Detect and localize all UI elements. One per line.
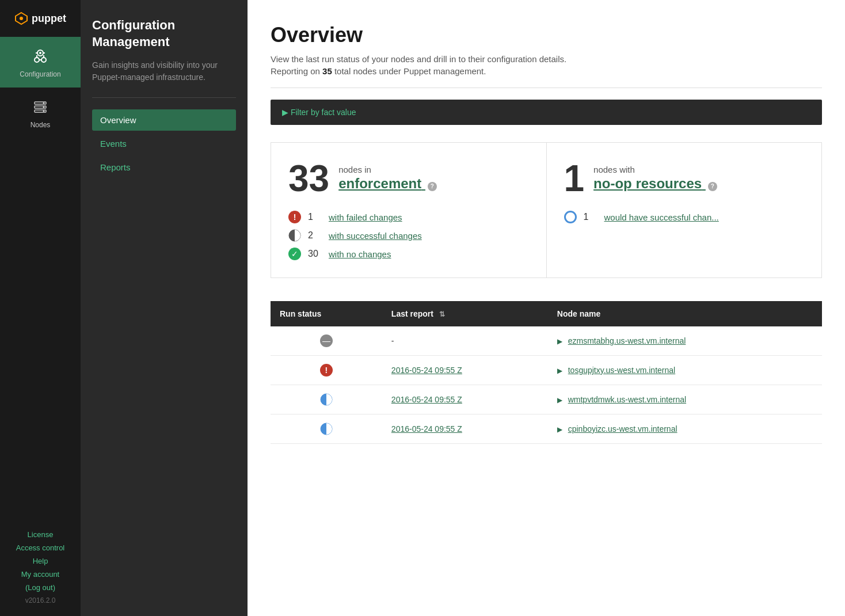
svg-point-1 — [20, 17, 23, 20]
table-header: Run status Last report ⇅ Node name — [271, 301, 822, 326]
sub-nav-reports[interactable]: Reports — [92, 157, 236, 178]
sidebar-license-link[interactable]: License — [28, 530, 54, 539]
noop-count: 1 — [564, 160, 585, 197]
would-success-link[interactable]: would have successful chan... — [604, 212, 719, 222]
col-run-status-label: Run status — [280, 309, 321, 318]
puppet-logo-text: puppet — [32, 13, 66, 25]
noop-label: nodes with no-op resources ? — [593, 160, 717, 192]
changed-count: 2 — [308, 230, 322, 241]
sidebar-item-configuration[interactable]: Configuration — [0, 37, 81, 88]
col-last-report[interactable]: Last report ⇅ — [382, 301, 548, 326]
enforcement-row-failed: ! 1 with failed changes — [288, 211, 529, 223]
logo-container: puppet — [0, 6, 81, 37]
row-1-node-name: ▶ ezmsmtabhg.us-west.vm.internal — [548, 326, 822, 356]
enforcement-header: 33 nodes in enforcement ? — [288, 160, 529, 197]
unknown-status-icon: — — [320, 334, 333, 347]
noop-would-success-count: 1 — [584, 212, 597, 222]
enforcement-label-bottom[interactable]: enforcement ? — [338, 176, 437, 192]
svg-point-14 — [43, 102, 45, 104]
no-changes-link[interactable]: with no changes — [329, 249, 391, 259]
noop-info-icon[interactable]: ? — [708, 182, 717, 191]
filter-bar-label[interactable]: ▶ Filter by fact value — [282, 108, 356, 117]
page-subtitle-1: View the last run status of your nodes a… — [271, 54, 822, 64]
failed-changes-link[interactable]: with failed changes — [329, 212, 402, 222]
row-4-chevron-icon: ▶ — [557, 425, 562, 434]
row-1-status: — — [271, 326, 382, 356]
row-3-report-link[interactable]: 2016-05-24 09:55 Z — [391, 395, 462, 404]
enforcement-row-no-changes: ✓ 30 with no changes — [288, 248, 529, 260]
noop-rows: 1 would have successful chan... — [564, 211, 805, 223]
svg-point-15 — [43, 107, 45, 108]
sub-nav-reports-label: Reports — [100, 162, 131, 172]
row-4-report-link[interactable]: 2016-05-24 09:55 Z — [391, 424, 462, 434]
stats-container: 33 nodes in enforcement ? ! 1 with faile — [271, 142, 822, 278]
sort-icon: ⇅ — [439, 310, 445, 318]
table-body: — - ▶ ezmsmtabhg.us-west.vm.internal ! — [271, 326, 822, 444]
subtitle2-suffix: total nodes under Puppet management. — [332, 66, 486, 76]
sub-nav-overview-label: Overview — [100, 115, 136, 125]
sidebar-logout-link[interactable]: (Log out) — [25, 583, 55, 592]
noop-row-would-success: 1 would have successful chan... — [564, 211, 805, 223]
row-2-chevron-icon: ▶ — [557, 367, 562, 375]
row-1-chevron-icon: ▶ — [557, 337, 562, 345]
col-node-name-label: Node name — [557, 309, 600, 318]
svg-point-16 — [43, 111, 45, 112]
sub-nav-overview[interactable]: Overview — [92, 109, 236, 131]
puppet-logo-icon — [14, 12, 28, 25]
changed-row-status-icon — [320, 393, 333, 406]
noop-header: 1 nodes with no-op resources ? — [564, 160, 805, 197]
changed-row2-status-icon — [320, 423, 333, 435]
page-divider — [271, 88, 822, 88]
row-1-node-link[interactable]: ezmsmtabhg.us-west.vm.internal — [568, 336, 686, 345]
row-4-status — [271, 415, 382, 444]
sidebar-access-control-link[interactable]: Access control — [16, 543, 65, 552]
sidebar: puppet Configuration — [0, 0, 81, 616]
row-2-last-report: 2016-05-24 09:55 Z — [382, 356, 548, 385]
enforcement-row-changed: 2 with successful changes — [288, 229, 529, 242]
nodes-table: Run status Last report ⇅ Node name — — [271, 301, 822, 444]
sidebar-item-nodes[interactable]: Nodes — [0, 88, 81, 138]
row-2-node-link[interactable]: tosgupjtxy.us-west.vm.internal — [568, 366, 675, 375]
row-3-status — [271, 385, 382, 415]
row-3-last-report: 2016-05-24 09:55 Z — [382, 385, 548, 415]
table-row: 2016-05-24 09:55 Z ▶ wmtpvtdmwk.us-west.… — [271, 385, 822, 415]
row-2-report-link[interactable]: 2016-05-24 09:55 Z — [391, 366, 462, 375]
row-3-chevron-icon: ▶ — [557, 396, 562, 404]
successful-changes-link[interactable]: with successful changes — [329, 231, 422, 241]
enforcement-count: 33 — [288, 160, 329, 197]
enforcement-info-icon[interactable]: ? — [428, 182, 437, 191]
table-row: 2016-05-24 09:55 Z ▶ cpinboyizc.us-west.… — [271, 415, 822, 444]
sidebar-item-configuration-label: Configuration — [20, 70, 60, 78]
table-header-row: Run status Last report ⇅ Node name — [271, 301, 822, 326]
sidebar-my-account-link[interactable]: My account — [21, 570, 59, 579]
filter-bar[interactable]: ▶ Filter by fact value — [271, 100, 822, 125]
success-status-icon: ✓ — [288, 248, 301, 260]
changed-status-icon — [288, 229, 301, 242]
page-title: Overview — [271, 23, 822, 47]
enforcement-rows: ! 1 with failed changes 2 with successfu… — [288, 211, 529, 260]
failed-count: 1 — [308, 212, 322, 222]
enforcement-label: nodes in enforcement ? — [338, 160, 437, 192]
row-2-status: ! — [271, 356, 382, 385]
sidebar-item-nodes-label: Nodes — [31, 121, 51, 129]
sub-panel: Configuration Management Gain insights a… — [81, 0, 248, 616]
nodes-icon — [30, 97, 51, 117]
noop-status-icon — [564, 211, 577, 223]
sidebar-version: v2016.2.0 — [25, 596, 56, 604]
row-3-node-name: ▶ wmtpvtdmwk.us-west.vm.internal — [548, 385, 822, 415]
configuration-icon — [30, 46, 51, 67]
row-4-node-link[interactable]: cpinboyizc.us-west.vm.internal — [568, 424, 677, 434]
svg-point-7 — [41, 58, 46, 62]
sub-nav-events-label: Events — [100, 139, 127, 149]
no-changes-count: 30 — [308, 249, 322, 259]
enforcement-block: 33 nodes in enforcement ? ! 1 with faile — [271, 143, 547, 277]
row-3-node-link[interactable]: wmtpvtdmwk.us-west.vm.internal — [568, 395, 686, 404]
noop-block: 1 nodes with no-op resources ? 1 would h… — [547, 143, 822, 277]
noop-label-bottom[interactable]: no-op resources ? — [593, 176, 717, 192]
failed-row-status-icon: ! — [320, 364, 333, 377]
sub-nav-events[interactable]: Events — [92, 133, 236, 154]
noop-label-top: nodes with — [593, 165, 717, 174]
sidebar-help-link[interactable]: Help — [33, 557, 48, 565]
enforcement-label-top: nodes in — [338, 165, 437, 174]
svg-point-3 — [39, 52, 41, 54]
